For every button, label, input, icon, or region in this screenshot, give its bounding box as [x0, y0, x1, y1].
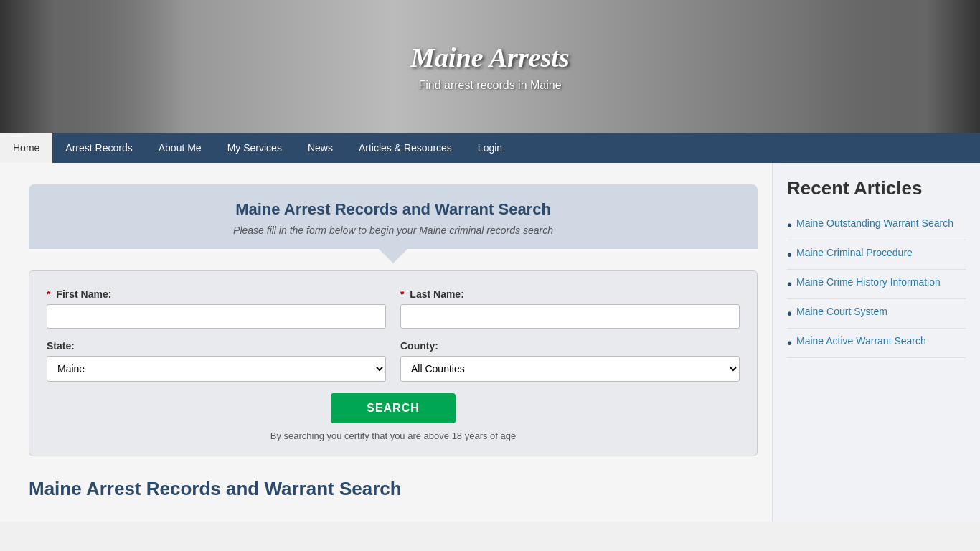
main-nav: Home Arrest Records About Me My Services… [0, 133, 980, 163]
article-link-3[interactable]: Maine Crime History Information [796, 276, 941, 290]
name-row: * First Name: * Last Name: [47, 288, 740, 329]
last-name-input[interactable] [400, 304, 740, 329]
article-link-1[interactable]: Maine Outstanding Warrant Search [796, 217, 953, 231]
first-name-group: * First Name: [47, 288, 386, 329]
list-item: Maine Criminal Procedure [787, 240, 966, 270]
page-wrapper: Maine Arrest Records and Warrant Search … [0, 163, 980, 522]
nav-my-services[interactable]: My Services [215, 133, 295, 163]
search-form-container: * First Name: * Last Name: State: Maine [29, 270, 758, 456]
nav-articles[interactable]: Articles & Resources [346, 133, 465, 163]
nav-news[interactable]: News [295, 133, 346, 163]
state-group: State: Maine [47, 340, 386, 382]
list-item: Maine Court System [787, 299, 966, 329]
search-box-arrow [379, 249, 407, 263]
last-name-group: * Last Name: [400, 288, 740, 329]
search-button[interactable]: SEARCH [331, 393, 456, 423]
list-item: Maine Active Warrant Search [787, 329, 966, 358]
search-note: By searching you certify that you are ab… [47, 430, 740, 441]
header-left-image [0, 0, 179, 133]
search-box-header: Maine Arrest Records and Warrant Search … [29, 184, 758, 249]
search-btn-wrapper: SEARCH [47, 393, 740, 423]
site-title: Maine Arrests [410, 42, 569, 73]
sidebar: Recent Articles Maine Outstanding Warran… [772, 163, 980, 522]
state-label: State: [47, 340, 386, 352]
recent-articles-list: Maine Outstanding Warrant Search Maine C… [787, 211, 966, 358]
county-select[interactable]: All Counties [400, 356, 740, 382]
main-content: Maine Arrest Records and Warrant Search … [0, 163, 772, 522]
first-name-input[interactable] [47, 304, 386, 329]
state-select[interactable]: Maine [47, 356, 386, 382]
bottom-section-title: Maine Arrest Records and Warrant Search [29, 478, 758, 500]
required-star-last: * [400, 288, 404, 300]
article-link-4[interactable]: Maine Court System [796, 305, 887, 319]
nav-arrest-records[interactable]: Arrest Records [52, 133, 145, 163]
article-link-2[interactable]: Maine Criminal Procedure [796, 246, 913, 260]
header-right-image [801, 0, 980, 133]
article-link-5[interactable]: Maine Active Warrant Search [796, 334, 926, 349]
nav-about-me[interactable]: About Me [146, 133, 215, 163]
search-subtitle: Please fill in the form below to begin y… [43, 225, 743, 236]
nav-home[interactable]: Home [0, 133, 52, 163]
search-title: Maine Arrest Records and Warrant Search [43, 200, 743, 219]
site-header: Maine Arrests Find arrest records in Mai… [0, 0, 980, 133]
nav-login[interactable]: Login [465, 133, 515, 163]
last-name-label: * Last Name: [400, 288, 740, 300]
site-subtitle: Find arrest records in Maine [418, 79, 561, 92]
required-star-first: * [47, 288, 50, 300]
list-item: Maine Crime History Information [787, 270, 966, 299]
county-label: County: [400, 340, 740, 352]
county-group: County: All Counties [400, 340, 740, 382]
list-item: Maine Outstanding Warrant Search [787, 211, 966, 240]
location-row: State: Maine County: All Counties [47, 340, 740, 382]
first-name-label: * First Name: [47, 288, 386, 300]
sidebar-heading: Recent Articles [787, 177, 966, 199]
